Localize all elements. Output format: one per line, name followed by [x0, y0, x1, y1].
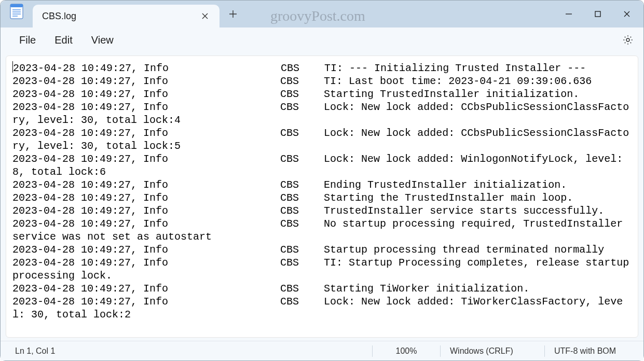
svg-point-8	[626, 38, 629, 41]
titlebar: CBS.log groovyPost.com	[1, 1, 643, 27]
svg-rect-7	[595, 11, 600, 17]
close-icon	[202, 13, 208, 19]
watermark-text: groovyPost.com	[270, 8, 365, 24]
close-window-button[interactable]	[612, 3, 641, 25]
plus-icon	[229, 10, 237, 18]
tab-close-button[interactable]	[198, 9, 212, 23]
tab-strip: CBS.log	[33, 1, 243, 27]
maximize-button[interactable]	[583, 3, 612, 25]
menu-view[interactable]: View	[82, 30, 123, 50]
minimize-icon	[565, 10, 572, 18]
statusbar: Ln 1, Col 1 100% Windows (CRLF) UTF-8 wi…	[1, 341, 643, 360]
gear-icon	[622, 34, 634, 46]
notepad-window: CBS.log groovyPost.com File Edit	[0, 0, 644, 361]
status-line-ending[interactable]: Windows (CRLF)	[441, 341, 544, 360]
tab-active[interactable]: CBS.log	[33, 5, 220, 27]
notepad-app-icon	[10, 4, 23, 19]
editor-area: 2023-04-28 10:49:27, Info CBS TI: --- In…	[6, 55, 638, 338]
menubar: File Edit View	[1, 27, 643, 52]
close-icon	[623, 10, 631, 18]
text-editor[interactable]: 2023-04-28 10:49:27, Info CBS TI: --- In…	[6, 56, 638, 337]
window-controls	[554, 1, 641, 27]
new-tab-button[interactable]	[223, 4, 243, 24]
tab-title: CBS.log	[42, 11, 198, 22]
settings-button[interactable]	[618, 30, 638, 50]
status-encoding[interactable]: UTF-8 with BOM	[545, 341, 638, 360]
editor-content: 2023-04-28 10:49:27, Info CBS TI: --- In…	[12, 62, 635, 321]
menu-file[interactable]: File	[10, 30, 45, 50]
menu-edit[interactable]: Edit	[45, 30, 81, 50]
maximize-icon	[594, 10, 601, 18]
status-cursor-position: Ln 1, Col 1	[6, 341, 64, 360]
svg-rect-1	[10, 4, 23, 7]
minimize-button[interactable]	[554, 3, 583, 25]
status-zoom[interactable]: 100%	[373, 341, 440, 360]
